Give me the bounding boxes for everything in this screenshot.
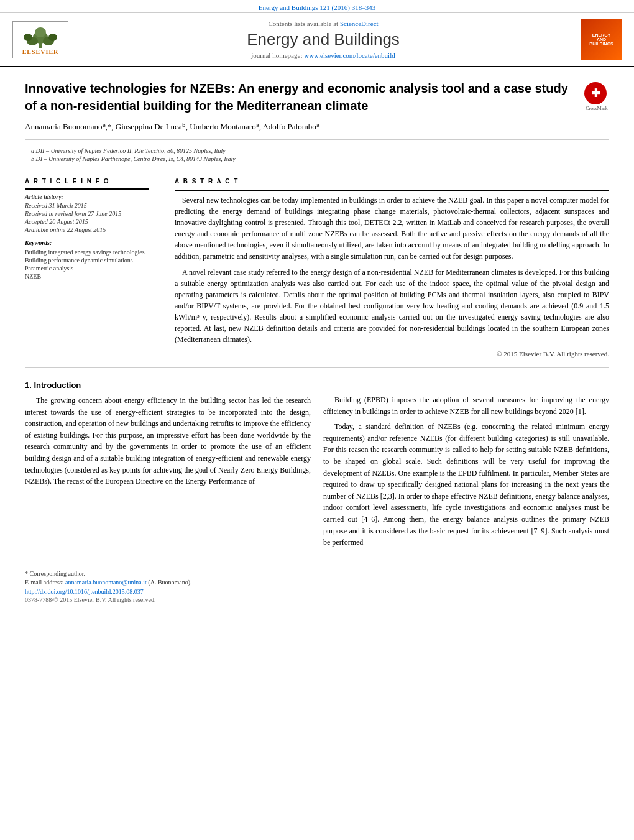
abstract-para-1: Several new technologies can be today im… bbox=[175, 195, 609, 262]
keyword-2: Parametric analysis bbox=[25, 265, 149, 272]
crossmark-icon: ✚ bbox=[584, 82, 607, 104]
homepage-line: journal homepage: www.elsevier.com/locat… bbox=[75, 52, 572, 59]
corresponding-note: * Corresponding author. bbox=[25, 570, 609, 577]
affil-a: a DII – University of Naples Federico II… bbox=[31, 147, 609, 154]
journal-title: Energy and Buildings bbox=[75, 30, 572, 49]
journal-citation: Energy and Buildings 121 (2016) 318–343 bbox=[259, 4, 375, 11]
keyword-3: NZEB bbox=[25, 273, 149, 280]
divider-before-intro bbox=[25, 367, 609, 368]
footer-doi: http://dx.doi.org/10.1016/j.enbuild.2015… bbox=[25, 588, 609, 595]
intro-right-text: Building (EPBD) imposes the adoption of … bbox=[323, 381, 609, 548]
elsevier-tree-icon bbox=[19, 24, 62, 48]
history-title: Article history: bbox=[25, 193, 149, 200]
abstract-para-2: A novel relevant case study referred to … bbox=[175, 267, 609, 345]
article-title-section: Innovative technologies for NZEBs: An en… bbox=[25, 80, 609, 114]
crossmark-label: CrossMark bbox=[584, 106, 609, 111]
contents-available-line: Contents lists available at ScienceDirec… bbox=[75, 20, 572, 27]
article-title: Innovative technologies for NZEBs: An en… bbox=[25, 80, 578, 114]
intro-right-para-0: Building (EPBD) imposes the adoption of … bbox=[323, 394, 609, 417]
journal-header: ELSEVIER Contents lists available at Sci… bbox=[0, 13, 634, 67]
affil-b: b DI – University of Naples Parthenope, … bbox=[31, 155, 609, 162]
history-accepted: Accepted 20 August 2015 bbox=[25, 218, 149, 225]
elsevier-logo-box: ELSEVIER bbox=[12, 21, 68, 58]
footer-email-link[interactable]: annamaria.buonomano@unina.it bbox=[65, 579, 147, 586]
intro-left-text: The growing concern about energy efficie… bbox=[25, 395, 311, 487]
intro-left-para-0: The growing concern about energy efficie… bbox=[25, 395, 311, 487]
abstract-text: Several new technologies can be today im… bbox=[175, 195, 609, 345]
article-info-title: A R T I C L E I N F O bbox=[25, 178, 149, 185]
keyword-1: Building performance dynamic simulations bbox=[25, 257, 149, 264]
journal-header-center: Contents lists available at ScienceDirec… bbox=[75, 20, 572, 59]
keyword-0: Building integrated energy savings techn… bbox=[25, 249, 149, 256]
svg-point-5 bbox=[24, 34, 32, 41]
copyright-line: © 2015 Elsevier B.V. All rights reserved… bbox=[175, 350, 609, 358]
keywords-title: Keywords: bbox=[25, 239, 149, 246]
journal-logo-right: ENERGY AND BUILDINGS bbox=[572, 19, 622, 60]
homepage-url-link[interactable]: www.elsevier.com/locate/enbuild bbox=[304, 52, 395, 59]
svg-point-6 bbox=[48, 34, 57, 41]
intro-left-col: 1. Introduction The growing concern abou… bbox=[25, 381, 311, 552]
keywords-section: Keywords: Building integrated energy sav… bbox=[25, 239, 149, 280]
footer-email-line: E-mail address: annamaria.buonomano@unin… bbox=[25, 579, 609, 586]
journal-citation-bar: Energy and Buildings 121 (2016) 318–343 bbox=[0, 0, 634, 13]
footer-issn: 0378-7788/© 2015 Elsevier B.V. All right… bbox=[25, 596, 609, 603]
abstract-title: A B S T R A C T bbox=[175, 178, 609, 185]
abstract-section: A B S T R A C T Several new technologies… bbox=[175, 178, 609, 358]
svg-point-4 bbox=[35, 27, 46, 37]
abstract-hr bbox=[175, 190, 609, 191]
elsevier-text: ELSEVIER bbox=[22, 48, 59, 55]
article-history: Article history: Received 31 March 2015 … bbox=[25, 193, 149, 233]
intro-heading: 1. Introduction bbox=[25, 381, 311, 390]
section-divider bbox=[162, 178, 162, 358]
article-body: A R T I C L E I N F O Article history: R… bbox=[25, 178, 609, 358]
page-footer: * Corresponding author. E-mail address: … bbox=[25, 565, 609, 603]
history-revised: Received in revised form 27 June 2015 bbox=[25, 210, 149, 217]
doi-link[interactable]: http://dx.doi.org/10.1016/j.enbuild.2015… bbox=[25, 588, 144, 595]
article-info-panel: A R T I C L E I N F O Article history: R… bbox=[25, 178, 149, 358]
eb-logo-box: ENERGY AND BUILDINGS bbox=[581, 19, 622, 60]
intro-right-col: Building (EPBD) imposes the adoption of … bbox=[323, 381, 609, 552]
affiliations: a DII – University of Naples Federico II… bbox=[25, 147, 609, 162]
divider-after-affil bbox=[25, 170, 609, 170]
intro-right-para-1: Today, a standard definition of NZEBs (e… bbox=[323, 421, 609, 548]
elsevier-logo: ELSEVIER bbox=[12, 21, 75, 58]
info-hr bbox=[25, 188, 149, 190]
crossmark: ✚ CrossMark bbox=[584, 82, 609, 111]
history-received: Received 31 March 2015 bbox=[25, 202, 149, 209]
introduction-section: 1. Introduction The growing concern abou… bbox=[25, 381, 609, 552]
authors-text: Annamaria Buonomanoᵃ,*, Giuseppina De Lu… bbox=[25, 122, 319, 131]
history-online: Available online 22 August 2015 bbox=[25, 226, 149, 233]
divider-after-authors bbox=[25, 139, 609, 140]
authors-line: Annamaria Buonomanoᵃ,*, Giuseppina De Lu… bbox=[25, 122, 609, 132]
sciencedirect-link[interactable]: ScienceDirect bbox=[340, 20, 379, 27]
main-content: Innovative technologies for NZEBs: An en… bbox=[0, 67, 634, 616]
